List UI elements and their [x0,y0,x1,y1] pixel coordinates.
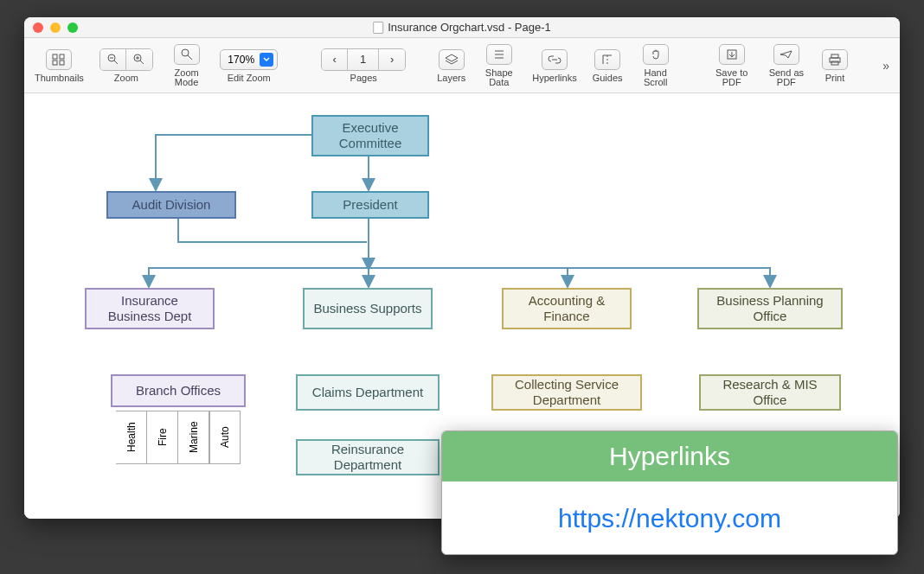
branch-auto[interactable]: Auto [209,411,241,464]
overflow-icon[interactable]: » [882,59,889,73]
save-pdf-button[interactable]: Save to PDF [713,43,751,87]
close-icon[interactable] [33,22,43,33]
print-button[interactable]: Print [822,48,848,83]
chevron-down-icon [260,53,273,67]
svg-line-12 [188,55,192,60]
shape-data-button[interactable]: Shape Data [481,43,517,87]
svg-line-8 [140,61,144,64]
box-business-planning[interactable]: Business Planning Office [697,288,843,329]
window-title: Insurance Orgchart.vsd - Page-1 [373,21,551,34]
svg-line-5 [114,61,118,64]
page-prev-icon[interactable]: ‹ [322,49,348,70]
layers-button[interactable]: Layers [437,48,465,83]
hyperlinks-popup: Hyperlinks https://nektony.com [441,430,898,555]
toolbar: Thumbnails Zoom Zoom Mode 170% Edit Zoom… [24,38,900,93]
page-next-icon[interactable]: › [379,49,405,70]
box-president[interactable]: President [311,191,429,219]
branch-marine[interactable]: Marine [178,411,209,464]
fullscreen-icon[interactable] [67,22,78,33]
document-icon [373,22,383,34]
box-branch-offices[interactable]: Branch Offices [111,374,246,407]
thumbnails-button[interactable]: Thumbnails [35,48,84,83]
pages-control[interactable]: ‹1› Pages [321,48,406,83]
zoom-select[interactable]: 170% Edit Zoom [220,48,278,83]
svg-rect-1 [60,54,64,59]
hand-scroll-button[interactable]: Hand Scroll [638,43,673,87]
box-executive-committee[interactable]: Executive Committee [311,115,429,156]
svg-rect-0 [53,54,57,59]
box-audit-division[interactable]: Audit Division [106,191,236,219]
hyperlinks-button[interactable]: Hyperlinks [532,48,576,83]
svg-rect-2 [53,61,57,65]
box-reinsurance-dept[interactable]: Reinsurance Department [296,439,440,475]
svg-rect-22 [831,54,838,58]
box-collecting[interactable]: Collecting Service Department [491,374,642,411]
titlebar: Insurance Orgchart.vsd - Page-1 [24,17,900,38]
svg-rect-3 [60,61,64,65]
branch-health[interactable]: Health [116,411,147,464]
box-business-supports[interactable]: Business Supports [303,288,433,329]
svg-marker-13 [446,54,458,61]
zoom-out-icon[interactable] [100,49,126,70]
zoom-in-icon[interactable] [126,49,152,70]
branch-items: Health Fire Marine Auto [116,411,241,464]
popup-title: Hyperlinks [442,431,897,482]
zoom-buttons[interactable]: Zoom [99,48,153,83]
box-insurance-dept[interactable]: Insurance Business Dept [85,288,215,329]
send-pdf-button[interactable]: Send as PDF [767,43,806,87]
box-research-mis[interactable]: Research & MIS Office [699,374,841,411]
zoom-mode-button[interactable]: Zoom Mode [169,43,205,87]
traffic-lights [33,22,78,33]
svg-point-11 [182,49,189,56]
box-accounting[interactable]: Accounting & Finance [502,288,632,329]
box-claims-dept[interactable]: Claims Department [296,374,440,411]
page-current: 1 [348,49,379,70]
popup-url[interactable]: https://nektony.com [442,482,897,555]
guides-button[interactable]: Guides [593,48,623,83]
branch-fire[interactable]: Fire [147,411,178,464]
minimize-icon[interactable] [50,22,61,33]
